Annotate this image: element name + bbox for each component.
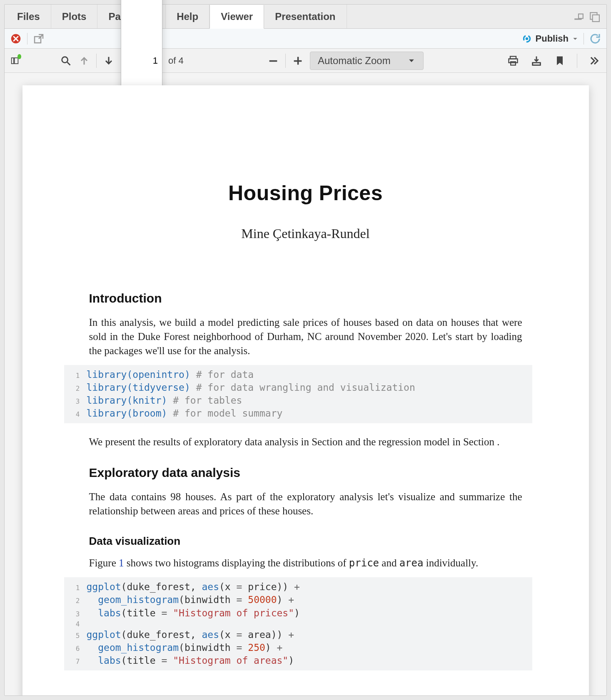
divider: [584, 33, 584, 45]
zoom-select[interactable]: Automatic Zoom: [310, 52, 424, 70]
svg-rect-17: [533, 62, 541, 65]
intro-paragraph: In this analysis, we build a model predi…: [89, 315, 522, 357]
svg-point-10: [62, 57, 68, 62]
zoom-in-icon[interactable]: [292, 55, 304, 67]
tab-viewer[interactable]: Viewer: [209, 5, 264, 29]
figure-ref-link[interactable]: 1: [119, 557, 124, 568]
minimize-pane-icon[interactable]: [572, 10, 585, 23]
tab-help[interactable]: Help: [166, 5, 209, 28]
bookmark-icon[interactable]: [554, 55, 566, 67]
page-total-label: of 4: [168, 55, 184, 66]
divider: [285, 54, 286, 68]
panel-tabs: Files Plots Packages Help Viewer Present…: [5, 5, 606, 29]
svg-rect-8: [12, 58, 14, 64]
clear-viewer-icon[interactable]: [10, 32, 22, 45]
toggle-sidebar-icon[interactable]: [10, 55, 23, 67]
zoom-out-icon[interactable]: [267, 55, 279, 67]
svg-rect-1: [579, 14, 583, 18]
dataviz-paragraph: Figure 1 shows two histograms displaying…: [89, 556, 522, 570]
doc-author: Mine Çetinkaya-Rundel: [89, 226, 522, 241]
viewer-toolbar: Publish: [5, 29, 606, 49]
code-block-libraries: 1library(openintro) # for data2library(t…: [64, 365, 532, 423]
divider: [96, 54, 97, 68]
pdf-toolbar: of 4 Automatic Zoom: [5, 49, 606, 73]
download-icon[interactable]: [530, 55, 543, 67]
tab-files[interactable]: Files: [6, 5, 51, 28]
divider: [27, 33, 27, 45]
zoom-select-label: Automatic Zoom: [318, 55, 391, 67]
sidebar-notification-dot: [17, 54, 21, 59]
svg-rect-3: [593, 15, 599, 21]
subsection-dataviz-heading: Data visualization: [89, 535, 522, 548]
section-intro-heading: Introduction: [89, 291, 522, 305]
tab-plots[interactable]: Plots: [51, 5, 98, 28]
mid-paragraph: We present the results of exploratory da…: [89, 435, 522, 449]
pdf-viewport[interactable]: Housing Prices Mine Çetinkaya-Rundel Int…: [5, 73, 606, 695]
print-icon[interactable]: [507, 55, 519, 67]
tools-overflow-icon[interactable]: [588, 55, 601, 67]
svg-rect-13: [297, 57, 299, 65]
divider: [577, 54, 577, 68]
eda-paragraph: The data contains 98 houses. As part of …: [89, 490, 522, 518]
publish-button[interactable]: Publish: [521, 33, 579, 44]
publish-label: Publish: [536, 33, 569, 44]
pdf-page: Housing Prices Mine Çetinkaya-Rundel Int…: [22, 85, 589, 695]
next-page-icon[interactable]: [102, 55, 115, 67]
svg-point-7: [525, 37, 528, 40]
tab-presentation[interactable]: Presentation: [264, 5, 347, 28]
section-eda-heading: Exploratory data analysis: [89, 466, 522, 480]
prev-page-icon[interactable]: [78, 55, 90, 67]
popout-viewer-icon[interactable]: [32, 32, 45, 45]
refresh-viewer-icon[interactable]: [589, 32, 601, 45]
maximize-pane-icon[interactable]: [588, 10, 601, 23]
svg-rect-9: [15, 58, 18, 64]
svg-rect-11: [269, 60, 277, 62]
code-block-ggplot: 1ggplot(duke_forest, aes(x = price)) +2 …: [64, 577, 532, 670]
doc-title: Housing Prices: [89, 181, 522, 205]
find-icon[interactable]: [60, 55, 72, 67]
